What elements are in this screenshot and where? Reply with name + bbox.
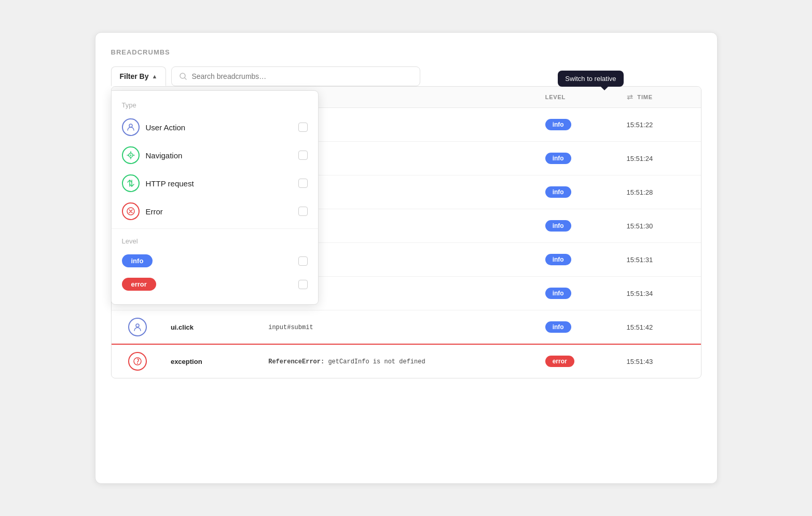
navigation-checkbox[interactable] bbox=[298, 151, 308, 160]
svg-point-26 bbox=[137, 363, 138, 364]
status-badge: info bbox=[545, 220, 571, 232]
description-cell: ReferenceError: getCardInfo is not defin… bbox=[261, 344, 538, 378]
level-cell: error bbox=[538, 344, 620, 378]
svg-point-24 bbox=[136, 324, 139, 327]
filter-level-error[interactable]: error bbox=[112, 273, 318, 296]
error-type-label: Error bbox=[146, 207, 292, 216]
level-cell: info bbox=[538, 243, 620, 277]
switch-to-relative-tooltip: Switch to relative bbox=[558, 71, 623, 87]
level-cell: info bbox=[538, 108, 620, 142]
http-label: HTTP request bbox=[146, 179, 292, 188]
search-box bbox=[171, 66, 420, 86]
time-cell: 15:51:28 bbox=[620, 175, 701, 209]
navigation-label: Navigation bbox=[146, 151, 292, 160]
time-cell: 15:51:34 bbox=[620, 277, 701, 310]
category-cell: ui.click bbox=[163, 310, 261, 345]
exception-type-icon bbox=[128, 352, 147, 371]
time-cell: 15:51:31 bbox=[620, 243, 701, 277]
level-cell: info bbox=[538, 310, 620, 345]
time-label: TIME bbox=[637, 94, 652, 100]
info-level-badge: info bbox=[122, 254, 153, 267]
filter-dropdown: Type User Action bbox=[111, 90, 319, 305]
time-cell: 15:51:30 bbox=[620, 209, 701, 243]
time-cell: 15:51:22 bbox=[620, 108, 701, 142]
error-type-checkbox[interactable] bbox=[298, 207, 308, 216]
status-badge: info bbox=[545, 321, 571, 333]
level-section-label: Level bbox=[112, 232, 318, 249]
status-badge: info bbox=[545, 254, 571, 265]
type-section-label: Type bbox=[112, 96, 318, 113]
user-action-icon bbox=[122, 118, 140, 136]
table-row: exception ReferenceError: getCardInfo is… bbox=[112, 344, 701, 378]
level-cell: info bbox=[538, 142, 620, 175]
filter-by-button[interactable]: Filter By ▲ bbox=[111, 66, 167, 86]
description-cell: input#submit bbox=[261, 310, 538, 345]
http-icon bbox=[122, 174, 140, 192]
user-action-checkbox[interactable] bbox=[298, 123, 308, 132]
level-cell: info bbox=[538, 175, 620, 209]
user-type-icon bbox=[128, 318, 147, 336]
type-cell bbox=[112, 310, 163, 345]
chevron-up-icon: ▲ bbox=[152, 73, 158, 79]
filter-level-info[interactable]: info bbox=[112, 249, 318, 273]
info-checkbox[interactable] bbox=[298, 256, 308, 266]
status-badge: info bbox=[545, 119, 571, 130]
col-header-time: ⇄ TIME bbox=[620, 87, 701, 108]
switch-icon[interactable]: ⇄ bbox=[627, 93, 634, 101]
http-checkbox[interactable] bbox=[298, 179, 308, 188]
type-cell bbox=[112, 344, 163, 378]
toolbar: Filter By ▲ Switch to relative Type bbox=[111, 66, 701, 86]
status-badge: error bbox=[545, 356, 574, 367]
time-cell: 15:51:43 bbox=[620, 344, 701, 378]
filter-by-label: Filter By bbox=[120, 72, 149, 80]
user-action-label: User Action bbox=[146, 123, 292, 132]
navigation-icon bbox=[122, 146, 140, 164]
page-title: BREADCRUMBS bbox=[111, 48, 701, 56]
time-cell: 15:51:42 bbox=[620, 310, 701, 345]
filter-item-navigation[interactable]: Navigation bbox=[112, 141, 318, 169]
level-cell: info bbox=[538, 277, 620, 310]
search-icon bbox=[179, 72, 187, 80]
filter-item-user-action[interactable]: User Action bbox=[112, 113, 318, 141]
category-cell: exception bbox=[163, 344, 261, 378]
time-cell: 15:51:24 bbox=[620, 142, 701, 175]
error-level-badge: error bbox=[122, 278, 156, 291]
table-row: ui.click input#submit info 15:51:42 bbox=[112, 310, 701, 345]
error-type-icon bbox=[122, 202, 140, 220]
svg-point-4 bbox=[130, 155, 131, 156]
tooltip-text: Switch to relative bbox=[565, 75, 616, 83]
status-badge: info bbox=[545, 153, 571, 164]
svg-point-2 bbox=[129, 124, 132, 127]
level-cell: info bbox=[538, 209, 620, 243]
svg-line-1 bbox=[185, 78, 187, 80]
status-badge: info bbox=[545, 288, 571, 299]
filter-item-error[interactable]: Error bbox=[112, 197, 318, 225]
main-container: BREADCRUMBS Filter By ▲ Switch to relati… bbox=[95, 32, 718, 484]
error-level-checkbox[interactable] bbox=[298, 280, 308, 289]
filter-item-http[interactable]: HTTP request bbox=[112, 169, 318, 197]
status-badge: info bbox=[545, 186, 571, 198]
search-input[interactable] bbox=[191, 72, 412, 80]
dropdown-divider bbox=[112, 228, 318, 229]
